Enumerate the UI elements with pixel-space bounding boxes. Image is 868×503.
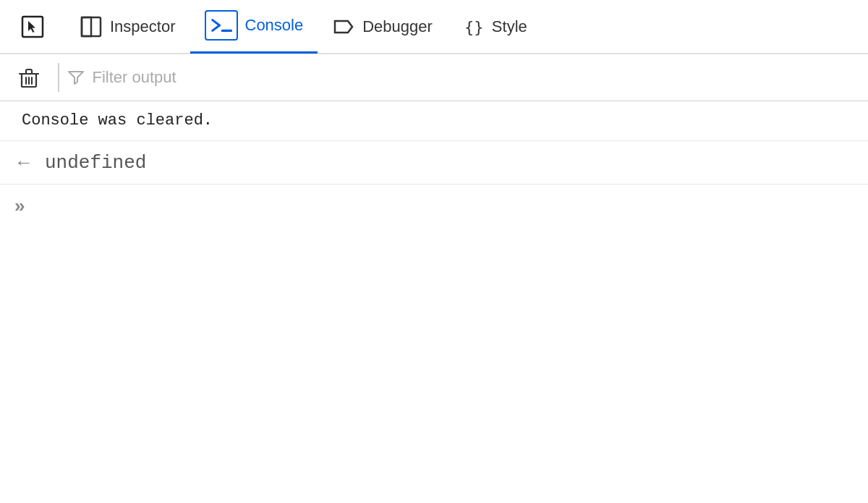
pick-tool-button[interactable] — [0, 0, 65, 54]
clear-console-button[interactable] — [7, 54, 51, 101]
pick-icon — [19, 13, 46, 41]
console-icon — [210, 14, 233, 37]
debugger-icon — [332, 15, 355, 38]
svg-rect-2 — [82, 17, 91, 36]
console-icon-box — [205, 10, 238, 41]
undefined-value: undefined — [45, 152, 146, 174]
style-tab-label: Style — [492, 17, 527, 36]
toolbar: Inspector Console Debugger {} Style — [0, 0, 868, 54]
tab-debugger[interactable]: Debugger — [318, 0, 447, 54]
tab-style[interactable]: {} Style — [447, 0, 542, 54]
console-undefined-row: ← undefined — [0, 141, 868, 185]
main-content: Filter output Console was cleared. ← und… — [0, 54, 868, 503]
inspector-tab-label: Inspector — [110, 17, 176, 36]
filter-area[interactable]: Filter output — [67, 68, 861, 87]
console-cleared-text: Console was cleared. — [22, 111, 213, 130]
style-icon: {} — [461, 15, 485, 38]
action-bar: Filter output — [0, 54, 868, 101]
svg-text:{}: {} — [464, 18, 484, 36]
return-arrow-icon: ← — [14, 151, 33, 174]
filter-placeholder: Filter output — [93, 68, 176, 87]
console-output: Console was cleared. ← undefined » — [0, 101, 868, 503]
console-cleared-row: Console was cleared. — [0, 101, 868, 141]
tab-inspector[interactable]: Inspector — [65, 0, 190, 54]
filter-icon — [67, 68, 85, 87]
inspector-icon — [80, 15, 103, 38]
console-input[interactable] — [35, 197, 854, 215]
trash-icon — [17, 65, 41, 90]
debugger-tab-label: Debugger — [362, 17, 433, 36]
prompt-icon: » — [14, 195, 25, 217]
console-tab-label: Console — [245, 16, 304, 35]
console-input-row: » — [0, 185, 868, 227]
tab-console[interactable]: Console — [190, 0, 318, 54]
toolbar-divider — [58, 63, 59, 92]
